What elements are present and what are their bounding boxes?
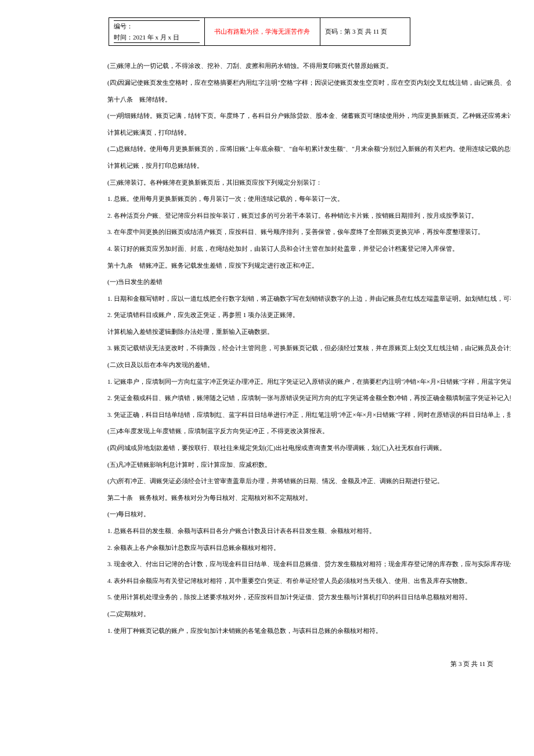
paragraph: 4. 装订好的账页应另加封面、封底，在绳结处加封，由装订人员和会计主管在加封处盖… [107, 240, 511, 257]
paragraph: 1. 使用丁种账页记载的账户，应按旬加计未销账的各笔金额总数，与该科目总账的余额… [107, 622, 511, 639]
paragraph: (二)定期核对。 [107, 606, 511, 622]
paragraph: 3. 账页记载错误无法更改时，不得撕毁，经会计主管同意，可换新账页记载，但必须经… [107, 340, 511, 357]
paragraph: (一)每日核对。 [107, 506, 511, 523]
paragraph: (三)本年度发现上年度错账，应填制蓝字反方向凭证冲正，不得更改决算报表。 [107, 423, 511, 440]
paragraph: 2. 余额表上各户余额加计总数应与该科目总账余额核对相符。 [107, 539, 511, 556]
paragraph: (四)因漏记使账页发生空格时，应在空格摘要栏内用红字注明"空格"字样；因误记使账… [107, 74, 511, 91]
paragraph: 3. 现金收入、付出日记簿的合计数，应与现金科目日结单、现金科目总账借、贷方发生… [107, 556, 511, 573]
header-center-cell: 书山有路勤为径，学海无涯苦作舟 [204, 18, 320, 46]
paragraph: 1. 总账各科目的发生额、余额与该科目各分户账合计数及日计表各科目发生额、余额核… [107, 523, 511, 539]
paragraph: 2. 凭证填错科目或账户，应先改正凭证，再参照 1 项办法更正账簿。 [107, 307, 511, 323]
paragraph: 2. 各种活页分户账、登记簿应分科目按年装订，账页过多的可分若干本装订。各种销讫… [107, 207, 511, 224]
header-left-cell: 编号： 时间：2021 年 x 月 x 日 [109, 18, 205, 46]
paragraph: 计算机记账，按月打印总账结转。 [107, 157, 511, 174]
paragraph: (二)次日及以后在本年内发现的差错。 [107, 357, 511, 373]
paragraph: 第二十条 账务核对。账务核对分为每日核对、定期核对和不定期核对。 [107, 489, 511, 506]
paragraph: 1. 总账。使用每月更换新账页的，每月装订一次；使用连续记载的，每年装订一次。 [107, 190, 511, 207]
paragraph: (四)同城或异地划款差错，要按联行、联社往来规定凭划(汇)出社电报或查询查复书办… [107, 440, 511, 456]
paragraph: 1. 记账串户，应填制同一方向红蓝字冲正凭证办理冲正。用红字凭证记入原错误的账户… [107, 373, 511, 390]
paragraph: 5. 使用计算机处理业务的，除按上述要求核对外，还应按科目加计凭证借、贷方发生额… [107, 589, 511, 606]
paragraph: (一)当日发生的差错 [107, 273, 511, 290]
paragraph: 4. 表外科目余额应与有关登记簿核对相符，其中重要空白凭证、有价单证经管人员必须… [107, 573, 511, 589]
page-footer: 第 3 页 共 11 页 [107, 659, 511, 669]
paragraph: 2. 凭证金额或科目、账户填错，账簿随之记错，应填制一张与原错误凭证同方向的红字… [107, 390, 511, 406]
document-content: (三)账簿上的一切记载，不得涂改、挖补、刀刮、皮擦和用药水销蚀。不得用复印账页代… [107, 57, 511, 639]
paragraph: (六)所有冲正、调账凭证必须经会计主管审查盖章后办理，并将错账的日期、情况、金额… [107, 473, 511, 489]
doc-time-label: 时间：2021 年 x 月 x 日 [114, 34, 179, 41]
paragraph: 计算机记账满页，打印结转。 [107, 124, 511, 141]
paragraph: (二)总账结转。使用每月更换新账页的，应将旧账"上年底余额"、"自年初累计发生额… [107, 141, 511, 157]
doc-id-label: 编号： [114, 23, 133, 30]
footer-page-number: 第 3 页 共 11 页 [450, 660, 493, 667]
paragraph: 计算机输入差错按逻辑删除办法处理，重新输入正确数据。 [107, 323, 511, 340]
paragraph: 1. 日期和金额写错时，应以一道红线把全行数字划销，将正确数字写在划销错误数字的… [107, 290, 511, 307]
paragraph: 第十八条 账簿结转。 [107, 91, 511, 108]
header-slogan: 书山有路勤为径，学海无涯苦作舟 [214, 28, 310, 35]
paragraph: (五)凡冲正错账影响利息计算时，应计算应加、应减积数。 [107, 456, 511, 473]
paragraph: 3. 凭证正确，科目日结单结错，应填制红、蓝字科目日结单进行冲正，用红笔注明"冲… [107, 406, 511, 423]
header-right-cell: 页码：第 3 页 共 11 页 [320, 18, 410, 46]
paragraph: (一)明细账结转。账页记满，结转下页。年度终了，各科目分户账除贷款、股本金、储蓄… [107, 107, 511, 124]
paragraph: 第十九条 错账冲正。账务记载发生差错，应按下列规定进行改正和冲正。 [107, 257, 511, 274]
paragraph: 3. 在年度中间更换的旧账页或结清户账页，应按科目、账号顺序排列，妥善保管，俟年… [107, 224, 511, 240]
header-page-label: 页码：第 3 页 共 11 页 [325, 28, 387, 35]
header-table: 编号： 时间：2021 年 x 月 x 日 书山有路勤为径，学海无涯苦作舟 页码… [109, 17, 410, 46]
paragraph: (三)账簿上的一切记载，不得涂改、挖补、刀刮、皮擦和用药水销蚀。不得用复印账页代… [107, 57, 511, 74]
paragraph: (三)账簿装订。各种账簿在更换新账页后，其旧账页应按下列规定分别装订： [107, 174, 511, 191]
